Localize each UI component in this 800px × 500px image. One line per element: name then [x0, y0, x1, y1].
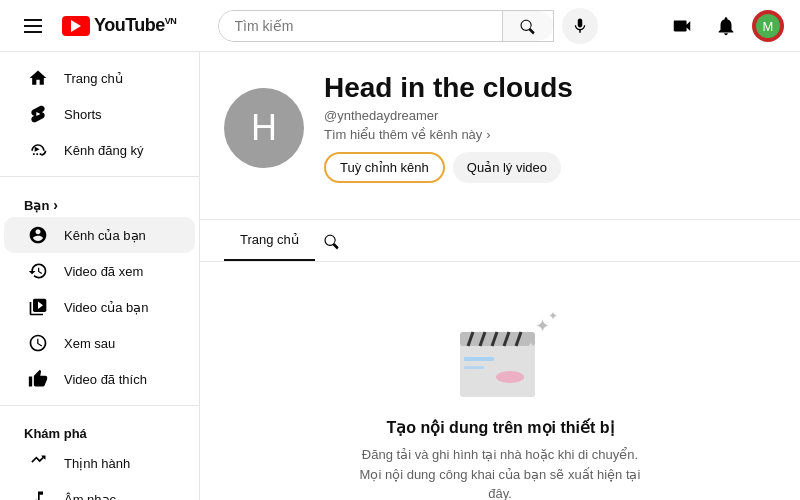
youtube-wordmark: YouTubeVN: [94, 15, 176, 36]
sidebar-section-explore: Khám phá: [0, 414, 199, 445]
channel-icon: [28, 225, 48, 245]
avatar-icon: M: [756, 14, 780, 38]
search-box: [218, 10, 554, 42]
tab-search-button[interactable]: [315, 224, 349, 258]
watch-later-icon: [28, 333, 48, 353]
upload-icon: [671, 15, 693, 37]
tab-home[interactable]: Trang chủ: [224, 220, 315, 261]
sidebar-section-you: Bạn ›: [0, 185, 199, 217]
liked-icon: [28, 369, 48, 389]
search-input[interactable]: [219, 11, 502, 41]
channel-actions: Tuỳ chỉnh kênh Quản lý video: [324, 152, 776, 183]
header-right: M: [664, 8, 784, 44]
header-left: YouTubeVN: [16, 11, 176, 41]
channel-handle: @ynthedaydreamer: [324, 108, 776, 123]
layout: Trang chủ Shorts Kênh đăng ký Bạn › Kênh…: [0, 52, 800, 500]
search-icon: [519, 17, 537, 35]
svg-text:M: M: [763, 19, 774, 34]
bell-icon: [715, 15, 737, 37]
sidebar-item-your-videos[interactable]: Video của bạn: [4, 289, 195, 325]
youtube-logo[interactable]: YouTubeVN: [62, 15, 176, 36]
sidebar-item-trending[interactable]: Thịnh hành: [4, 445, 195, 481]
sidebar-item-your-channel[interactable]: Kênh của bạn: [4, 217, 195, 253]
empty-state-illustration: ✦ ✦: [440, 302, 560, 402]
sidebar-item-subscriptions[interactable]: Kênh đăng ký: [4, 132, 195, 168]
trending-icon: [28, 453, 48, 473]
channel-avatar: H: [224, 88, 304, 168]
home-icon: [28, 68, 48, 88]
notifications-button[interactable]: [708, 8, 744, 44]
sidebar-item-history[interactable]: Video đã xem: [4, 253, 195, 289]
subscriptions-icon: [28, 140, 48, 160]
sidebar-item-home[interactable]: Trang chủ: [4, 60, 195, 96]
svg-point-13: [496, 371, 524, 383]
empty-state-description: Đăng tải và ghi hình tại nhà hoặc khi di…: [350, 445, 650, 500]
svg-rect-12: [464, 366, 484, 369]
svg-text:✦: ✦: [525, 339, 537, 355]
main-content: H Head in the clouds @ynthedaydreamer Tì…: [200, 52, 800, 500]
sidebar-item-music[interactable]: Âm nhạc: [4, 481, 195, 500]
sidebar-item-watch-later[interactable]: Xem sau: [4, 325, 195, 361]
divider-1: [0, 176, 199, 177]
header: YouTubeVN M: [0, 0, 800, 52]
sidebar-item-liked[interactable]: Video đã thích: [4, 361, 195, 397]
clapperboard-svg: ✦ ✦: [440, 302, 570, 412]
sidebar-item-shorts[interactable]: Shorts: [4, 96, 195, 132]
sidebar: Trang chủ Shorts Kênh đăng ký Bạn › Kênh…: [0, 52, 200, 500]
music-icon: [28, 489, 48, 500]
videos-icon: [28, 297, 48, 317]
channel-header: H Head in the clouds @ynthedaydreamer Tì…: [200, 52, 800, 220]
menu-button[interactable]: [16, 11, 50, 41]
search-button[interactable]: [502, 11, 553, 41]
upload-button[interactable]: [664, 8, 700, 44]
search-area: [218, 8, 598, 44]
search-tab-icon: [323, 232, 341, 250]
channel-info: H Head in the clouds @ynthedaydreamer Tì…: [224, 72, 776, 183]
mic-button[interactable]: [562, 8, 598, 44]
channel-details: Head in the clouds @ynthedaydreamer Tìm …: [324, 72, 776, 183]
empty-state: ✦ ✦: [200, 262, 800, 500]
svg-text:✦: ✦: [548, 309, 558, 323]
divider-2: [0, 405, 199, 406]
customize-channel-button[interactable]: Tuỳ chỉnh kênh: [324, 152, 445, 183]
youtube-icon: [62, 16, 90, 36]
empty-state-title: Tạo nội dung trên mọi thiết bị: [386, 418, 613, 437]
history-icon: [28, 261, 48, 281]
user-avatar-button[interactable]: M: [752, 10, 784, 42]
channel-tabs: Trang chủ: [200, 220, 800, 262]
shorts-icon: [28, 104, 48, 124]
svg-rect-11: [464, 357, 494, 361]
manage-videos-button[interactable]: Quản lý video: [453, 152, 561, 183]
channel-learn-more-link[interactable]: Tìm hiểu thêm về kênh này ›: [324, 127, 776, 142]
mic-icon: [571, 17, 589, 35]
svg-rect-4: [460, 342, 535, 397]
channel-name: Head in the clouds: [324, 72, 776, 104]
